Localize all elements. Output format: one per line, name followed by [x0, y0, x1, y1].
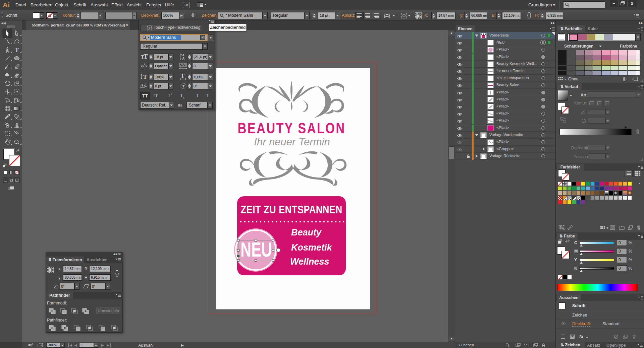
svg-text:A: A: [144, 63, 148, 68]
svg-text:a: a: [144, 83, 145, 87]
svg-text:VA: VA: [180, 63, 185, 67]
svg-text:T: T: [15, 47, 19, 54]
svg-text:A: A: [140, 82, 144, 87]
svg-text:A: A: [182, 57, 185, 60]
svg-text:T: T: [143, 74, 147, 80]
svg-text:T: T: [182, 84, 185, 88]
svg-text:T: T: [149, 26, 151, 30]
svg-text:T: T: [144, 54, 148, 60]
